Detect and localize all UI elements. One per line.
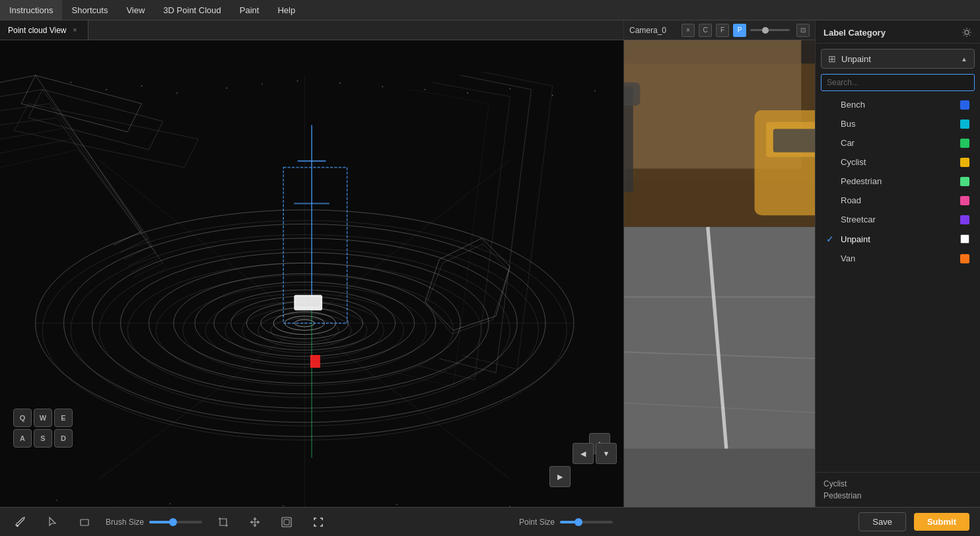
label-item-pedestrian[interactable]: Pedestrian — [816, 172, 980, 191]
label-item-car[interactable]: Car — [816, 133, 980, 152]
label-item-bench[interactable]: Bench — [816, 95, 980, 114]
menu-shortcuts[interactable]: Shortcuts — [62, 0, 117, 20]
fit-tool-btn[interactable] — [276, 512, 297, 533]
label-item-bus[interactable]: Bus — [816, 114, 980, 133]
camera-header: Camera_0 × C F P ⊡ — [624, 20, 815, 40]
dropdown-label: Unpaint — [841, 54, 956, 64]
svg-point-42 — [70, 82, 71, 83]
label-item-unpaint[interactable]: ✓Unpaint — [816, 229, 980, 249]
svg-point-58 — [170, 503, 171, 504]
tab-point-cloud-view[interactable]: Point cloud View × — [0, 20, 88, 40]
tab-close-btn[interactable]: × — [71, 26, 80, 35]
label-dropdown[interactable]: ⊞ Unpaint ▲ — [821, 49, 975, 69]
left-panel: Point cloud View × — [0, 20, 623, 536]
select-tool-btn[interactable] — [42, 512, 63, 533]
unpaint-icon: ⊞ — [828, 53, 836, 64]
key-w[interactable]: W — [34, 409, 52, 427]
key-q[interactable]: Q — [13, 409, 32, 427]
label-color-swatch — [960, 119, 969, 129]
move-icon — [249, 516, 261, 528]
label-color-swatch — [960, 177, 969, 186]
label-name: Road — [841, 195, 955, 205]
tag-pedestrian: Pedestrian — [823, 490, 972, 502]
menu-paint[interactable]: Paint — [230, 0, 269, 20]
key-a[interactable]: A — [13, 429, 32, 448]
svg-rect-68 — [282, 518, 291, 527]
key-d[interactable]: D — [54, 429, 73, 448]
camera-title: Camera_0 — [629, 26, 678, 35]
paint-tool-btn[interactable] — [11, 512, 32, 533]
svg-point-56 — [56, 500, 57, 501]
key-e[interactable]: E — [54, 409, 73, 427]
label-color-swatch — [960, 100, 969, 110]
submit-button[interactable]: Submit — [914, 513, 969, 531]
save-button[interactable]: Save — [858, 512, 906, 531]
camera-image[interactable] — [624, 40, 815, 507]
crop-icon — [217, 516, 229, 528]
search-input[interactable] — [821, 74, 975, 91]
label-item-van[interactable]: Van — [816, 249, 980, 268]
arrow-down-btn[interactable]: ▼ — [596, 443, 617, 464]
label-color-swatch — [960, 158, 969, 167]
point-size-label: Point Size — [519, 518, 555, 527]
point-size-control: Point Size — [519, 518, 613, 527]
select-icon — [47, 516, 59, 528]
lasso-icon — [79, 516, 90, 528]
point-size-slider[interactable] — [560, 521, 613, 523]
brush-size-slider[interactable] — [149, 521, 202, 523]
label-name: Unpaint — [841, 234, 955, 244]
menu-view[interactable]: View — [117, 0, 154, 20]
svg-point-54 — [552, 94, 553, 96]
svg-rect-88 — [624, 449, 815, 507]
checkmark-icon: ✓ — [826, 234, 835, 244]
svg-point-91 — [965, 30, 969, 34]
svg-point-48 — [297, 81, 298, 82]
camera-btn-f[interactable]: F — [716, 24, 729, 37]
label-category-panel: Label Category ⊞ Unpaint ▲ — [815, 20, 980, 507]
key-s[interactable]: S — [34, 429, 52, 448]
camera-close-btn[interactable]: × — [682, 24, 695, 37]
crop-tool-btn[interactable] — [213, 512, 234, 533]
svg-point-52 — [467, 92, 468, 94]
svg-point-55 — [594, 90, 596, 92]
svg-point-60 — [283, 505, 284, 506]
menu-help[interactable]: Help — [268, 0, 304, 20]
camera-btn-p[interactable]: P — [733, 24, 746, 37]
label-item-cyclist[interactable]: Cyclist — [816, 152, 980, 172]
label-name: Cyclist — [841, 157, 955, 167]
label-name: Streetcar — [841, 215, 955, 224]
label-name: Van — [841, 253, 955, 263]
settings-icon[interactable] — [962, 27, 972, 38]
brush-size-control: Brush Size — [106, 518, 202, 527]
svg-point-50 — [382, 86, 383, 87]
camera-expand-btn[interactable]: ⊡ — [796, 24, 810, 37]
fullscreen-btn[interactable] — [308, 512, 329, 533]
tab-label: Point cloud View — [8, 26, 67, 35]
key-row-bottom: A S D — [13, 429, 73, 448]
svg-rect-41 — [310, 355, 320, 368]
move-tool-btn[interactable] — [244, 512, 265, 533]
label-item-streetcar[interactable]: Streetcar — [816, 210, 980, 229]
label-tags-section: Cyclist Pedestrian — [816, 472, 980, 507]
label-search — [821, 74, 975, 91]
right-area: Camera_0 × C F P ⊡ — [623, 20, 980, 536]
lasso-tool-btn[interactable] — [74, 512, 95, 533]
fullscreen-icon — [312, 516, 324, 528]
camera-btn-c[interactable]: C — [699, 24, 712, 37]
svg-rect-39 — [296, 297, 320, 306]
label-color-swatch — [960, 139, 969, 148]
tab-bar: Point cloud View × — [0, 20, 623, 40]
main-area: Point cloud View × — [0, 20, 980, 536]
paint-brush-icon — [15, 516, 27, 528]
label-name: Car — [841, 138, 955, 148]
arrow-right-btn[interactable]: ▶ — [549, 466, 571, 487]
svg-point-51 — [425, 89, 426, 90]
nav-arrows: ◀ ▼ ▶ — [549, 443, 617, 487]
menu-instructions[interactable]: Instructions — [0, 0, 62, 20]
menu-3d-point-cloud[interactable]: 3D Point Cloud — [154, 0, 230, 20]
arrow-left-btn[interactable]: ◀ — [573, 443, 594, 464]
label-item-road[interactable]: Road — [816, 191, 980, 210]
camera-brightness-slider[interactable] — [750, 29, 790, 31]
label-color-swatch — [960, 234, 969, 244]
viewport-3d[interactable]: Q W E A S D ▲ ◀ ▼ ▶ — [0, 40, 623, 507]
